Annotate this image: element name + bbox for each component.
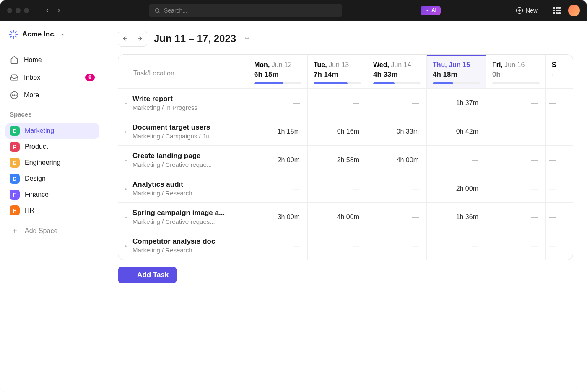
date-range-dropdown[interactable] xyxy=(244,35,250,42)
space-item-engineering[interactable]: EEngineering xyxy=(5,155,99,171)
expand-caret-icon[interactable]: ▸ xyxy=(122,214,129,220)
time-cell[interactable]: — xyxy=(546,203,558,231)
task-cell[interactable]: ▸ Create landing page Marketing / Creati… xyxy=(118,146,248,174)
time-cell[interactable]: — xyxy=(367,89,427,117)
time-cell[interactable]: — xyxy=(486,117,546,145)
expand-caret-icon[interactable]: ▸ xyxy=(122,186,129,192)
chevron-down-icon xyxy=(244,35,250,42)
task-cell[interactable]: ▸ Write report Marketing / In Progress xyxy=(118,89,248,117)
time-cell[interactable]: 0h 42m xyxy=(427,117,486,145)
add-task-button[interactable]: Add Task xyxy=(118,267,177,283)
time-cell[interactable]: 4h 00m xyxy=(308,203,367,231)
time-cell[interactable]: — xyxy=(427,146,486,174)
time-cell[interactable]: — xyxy=(546,117,558,145)
day-header[interactable]: Wed, Jun 14 4h 33m xyxy=(367,55,427,88)
workspace-switcher[interactable]: Acme Inc. xyxy=(5,26,99,45)
nav-inbox[interactable]: Inbox 9 xyxy=(5,70,99,86)
space-item-marketing[interactable]: DMarketing xyxy=(5,123,99,139)
time-cell[interactable]: — xyxy=(427,231,486,260)
time-cell[interactable]: — xyxy=(308,89,367,117)
expand-caret-icon[interactable]: ▸ xyxy=(122,157,129,163)
space-item-design[interactable]: DDesign xyxy=(5,171,99,187)
time-cell[interactable]: — xyxy=(248,174,308,202)
time-cell[interactable]: — xyxy=(486,231,546,260)
time-cell[interactable]: 4h 00m xyxy=(367,146,427,174)
task-cell[interactable]: ▸ Spring campaign image a... Marketing /… xyxy=(118,203,248,231)
prev-week-button[interactable] xyxy=(118,31,132,46)
task-name: Write report xyxy=(132,95,241,103)
nav-more[interactable]: More xyxy=(5,87,99,103)
day-header[interactable]: Thu, Jun 15 4h 18m xyxy=(427,55,486,88)
time-cell[interactable]: — xyxy=(486,203,546,231)
ai-button[interactable]: AI xyxy=(421,6,441,15)
space-item-product[interactable]: PProduct xyxy=(5,139,99,155)
time-cell[interactable]: 1h 15m xyxy=(248,117,308,145)
task-cell[interactable]: ▸ Competitor analysis doc Marketing / Re… xyxy=(118,231,248,260)
day-header[interactable]: Tue, Jun 13 7h 14m xyxy=(308,55,367,88)
add-space-button[interactable]: + Add Space xyxy=(5,223,99,239)
traffic-close-icon[interactable] xyxy=(7,8,12,13)
time-cell[interactable]: — xyxy=(486,89,546,117)
traffic-min-icon[interactable] xyxy=(16,8,21,13)
time-cell[interactable]: — xyxy=(546,89,558,117)
day-of-week: Thu, Jun 15 xyxy=(433,61,480,69)
space-label: HR xyxy=(25,207,34,214)
time-cell[interactable]: 2h 58m xyxy=(308,146,367,174)
time-cell[interactable]: 1h 36m xyxy=(427,203,486,231)
nav-back-button[interactable] xyxy=(42,5,52,16)
timesheet-grid: Task/Location Mon, Jun 12 6h 15m Tue, Ju… xyxy=(118,54,573,260)
new-button[interactable]: New xyxy=(516,7,538,14)
time-cell[interactable]: 1h 37m xyxy=(427,89,486,117)
task-cell[interactable]: ▸ Document target users Marketing / Camp… xyxy=(118,117,248,145)
task-location-header: Task/Location xyxy=(133,70,174,77)
arrow-left-icon xyxy=(122,35,129,42)
nav-forward-button[interactable] xyxy=(54,5,64,16)
time-cell[interactable]: — xyxy=(308,231,367,260)
task-cell[interactable]: ▸ Analytics audit Marketing / Research xyxy=(118,174,248,202)
more-icon xyxy=(10,91,18,99)
time-cell[interactable]: — xyxy=(367,203,427,231)
time-cell[interactable]: 0h 16m xyxy=(308,117,367,145)
space-label: Engineering xyxy=(25,159,60,166)
time-cell[interactable]: — xyxy=(546,174,558,202)
time-cell[interactable]: — xyxy=(248,231,308,260)
time-cell[interactable]: — xyxy=(486,146,546,174)
main-content: Jun 11 – 17, 2023 Task/Location Mon, Jun… xyxy=(104,21,587,392)
time-cell[interactable]: — xyxy=(367,174,427,202)
apps-grid-icon[interactable] xyxy=(553,7,561,14)
user-avatar[interactable] xyxy=(568,5,580,16)
time-cell[interactable]: 2h 00m xyxy=(248,146,308,174)
day-header[interactable]: Fri, Jun 16 0h xyxy=(486,55,546,88)
day-progress xyxy=(254,82,301,84)
task-location: Marketing / Creative reque... xyxy=(132,161,241,168)
space-item-finance[interactable]: FFinance xyxy=(5,187,99,202)
time-cell[interactable]: 0h 33m xyxy=(367,117,427,145)
time-cell[interactable]: 2h 00m xyxy=(427,174,486,202)
day-of-week: Mon, Jun 12 xyxy=(254,61,301,69)
expand-caret-icon[interactable]: ▸ xyxy=(122,100,129,106)
chevron-down-icon xyxy=(60,32,65,37)
time-cell[interactable]: — xyxy=(308,174,367,202)
inbox-badge: 9 xyxy=(85,74,95,81)
nav-home[interactable]: Home xyxy=(5,52,99,68)
space-item-hr[interactable]: HHR xyxy=(5,202,99,218)
time-cell[interactable]: — xyxy=(367,231,427,260)
space-label: Marketing xyxy=(25,127,54,135)
day-header[interactable]: S xyxy=(546,55,558,88)
expand-caret-icon[interactable]: ▸ xyxy=(122,129,129,135)
time-cell[interactable]: — xyxy=(248,89,308,117)
search-input[interactable]: Search... xyxy=(149,4,342,17)
task-name: Competitor analysis doc xyxy=(132,237,241,246)
day-header[interactable]: Mon, Jun 12 6h 15m xyxy=(248,55,308,88)
expand-caret-icon[interactable]: ▸ xyxy=(122,243,129,249)
svg-point-2 xyxy=(426,10,428,11)
time-cell[interactable]: — xyxy=(546,231,558,260)
traffic-max-icon[interactable] xyxy=(24,8,29,13)
task-row: ▸ Write report Marketing / In Progress —… xyxy=(118,89,573,117)
task-name: Document target users xyxy=(132,123,241,132)
time-cell[interactable]: — xyxy=(486,174,546,202)
sparkle-icon xyxy=(425,8,430,13)
time-cell[interactable]: — xyxy=(546,146,558,174)
next-week-button[interactable] xyxy=(132,31,147,46)
time-cell[interactable]: 3h 00m xyxy=(248,203,308,231)
